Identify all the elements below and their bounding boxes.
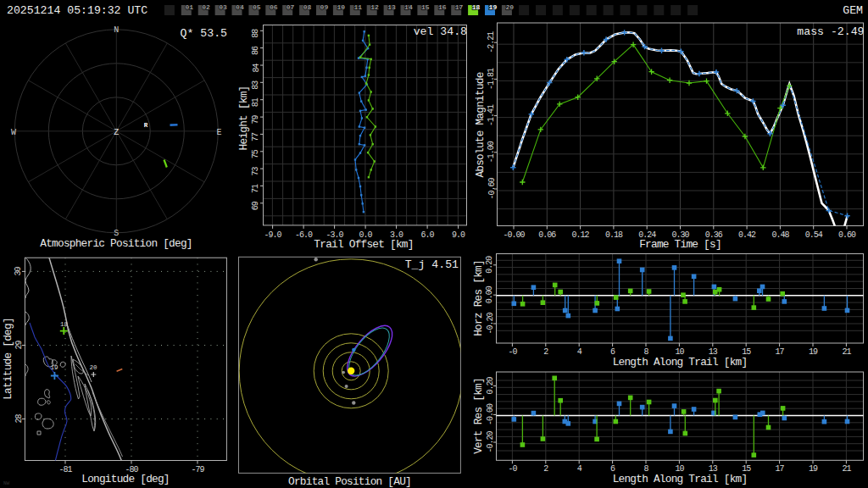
svg-text:Height [km]: Height [km]	[237, 86, 250, 151]
svg-text:0.48: 0.48	[771, 230, 789, 240]
svg-text:19: 19	[809, 464, 818, 474]
svg-text:20: 20	[505, 3, 514, 11]
svg-text:-0.60: -0.60	[487, 178, 497, 200]
svg-text:Frame Time [s]: Frame Time [s]	[639, 238, 721, 251]
svg-text:Orbital Position [AU]: Orbital Position [AU]	[288, 475, 411, 488]
svg-text:-79: -79	[191, 465, 204, 474]
svg-text:T_j 4.51: T_j 4.51	[405, 258, 459, 271]
svg-text:0.06: 0.06	[538, 230, 556, 240]
svg-text:mass -2.49: mass -2.49	[797, 25, 864, 38]
svg-text:81: 81	[252, 97, 261, 107]
svg-text:-9.0: -9.0	[264, 230, 282, 240]
svg-text:77: 77	[252, 132, 261, 141]
svg-text:-2.21: -2.21	[487, 31, 497, 53]
svg-text:R: R	[144, 122, 148, 129]
svg-text:71: 71	[252, 184, 261, 193]
svg-text:Longitude [deg]: Longitude [deg]	[81, 473, 170, 485]
svg-text:Q* 53.5: Q* 53.5	[181, 27, 227, 40]
svg-text:20251214 05:19:32 UTC: 20251214 05:19:32 UTC	[7, 4, 147, 17]
svg-text:14: 14	[404, 3, 413, 11]
svg-text:-0: -0	[508, 464, 517, 474]
svg-text:-0.20: -0.20	[486, 313, 495, 335]
svg-text:Length Along Trail [km]: Length Along Trail [km]	[613, 356, 748, 369]
svg-text:NW: NW	[3, 480, 10, 486]
svg-text:88: 88	[252, 29, 261, 38]
svg-text:75: 75	[252, 149, 261, 158]
svg-text:0.54: 0.54	[805, 230, 823, 240]
svg-text:E: E	[216, 128, 221, 137]
svg-text:73: 73	[252, 167, 261, 176]
svg-text:-1.00: -1.00	[487, 141, 497, 163]
svg-text:07: 07	[287, 3, 295, 11]
svg-text:-1.81: -1.81	[487, 68, 497, 90]
svg-text:-6.0: -6.0	[295, 230, 313, 240]
svg-text:0.12: 0.12	[572, 230, 590, 240]
svg-text:Atmospheric Position [deg]: Atmospheric Position [deg]	[40, 237, 192, 250]
svg-text:-0.00: -0.00	[486, 403, 495, 425]
svg-text:Z: Z	[114, 128, 119, 137]
svg-text:21: 21	[842, 464, 851, 474]
svg-text:0.18: 0.18	[605, 230, 623, 240]
svg-text:-0.20: -0.20	[486, 431, 495, 453]
svg-text:0.20: 0.20	[486, 256, 495, 274]
svg-text:-1.41: -1.41	[487, 104, 497, 126]
svg-text:-81: -81	[58, 465, 72, 474]
svg-text:Trail Offset [km]: Trail Offset [km]	[314, 238, 413, 251]
svg-text:08: 08	[303, 3, 312, 11]
svg-text:Length Along Trail [km]: Length Along Trail [km]	[613, 473, 748, 485]
svg-text:06: 06	[270, 3, 278, 11]
svg-text:83: 83	[252, 80, 261, 90]
svg-text:Latitude [deg]: Latitude [deg]	[2, 318, 14, 400]
svg-text:Horz Res [km]: Horz Res [km]	[472, 260, 485, 336]
svg-text:04: 04	[236, 3, 244, 11]
svg-text:05: 05	[253, 3, 261, 11]
svg-text:19: 19	[50, 364, 58, 371]
svg-text:0.00: 0.00	[486, 286, 495, 303]
svg-text:12: 12	[370, 3, 379, 11]
svg-text:Absolute Magnitude: Absolute Magnitude	[474, 72, 487, 177]
svg-text:vel 34.8: vel 34.8	[414, 25, 467, 38]
svg-text:09: 09	[320, 3, 329, 11]
svg-text:15: 15	[421, 3, 430, 11]
svg-text:0.20: 0.20	[486, 377, 495, 395]
svg-text:W: W	[11, 128, 16, 137]
svg-text:9.0: 9.0	[452, 230, 465, 240]
svg-text:19: 19	[489, 3, 498, 11]
svg-text:S: S	[114, 229, 119, 238]
svg-text:69: 69	[252, 201, 261, 210]
svg-text:02: 02	[202, 3, 210, 11]
svg-text:-0: -0	[508, 347, 517, 357]
svg-text:30: 30	[14, 266, 24, 275]
svg-text:0.60: 0.60	[838, 230, 856, 240]
svg-text:6.0: 6.0	[421, 230, 435, 240]
svg-text:21: 21	[842, 347, 851, 357]
svg-text:10: 10	[337, 3, 345, 11]
svg-text:17: 17	[455, 3, 464, 11]
svg-text:GEM: GEM	[843, 4, 863, 17]
svg-text:19: 19	[809, 347, 818, 357]
svg-text:Vert Res [km]: Vert Res [km]	[472, 378, 485, 454]
svg-text:0.42: 0.42	[738, 230, 756, 240]
svg-text:17: 17	[776, 347, 785, 357]
svg-text:-0.00: -0.00	[503, 230, 525, 240]
svg-text:01: 01	[185, 3, 193, 11]
svg-text:18: 18	[60, 321, 68, 328]
svg-text:17: 17	[776, 464, 785, 474]
svg-text:03: 03	[219, 3, 227, 11]
svg-text:29: 29	[14, 341, 24, 350]
svg-text:79: 79	[252, 115, 261, 125]
svg-text:13: 13	[387, 3, 396, 11]
svg-text:18: 18	[472, 3, 481, 11]
svg-text:16: 16	[438, 3, 447, 11]
svg-text:11: 11	[353, 3, 362, 11]
svg-text:86: 86	[252, 46, 261, 55]
svg-text:20: 20	[89, 364, 97, 371]
svg-text:28: 28	[14, 414, 24, 424]
svg-text:N: N	[114, 25, 119, 35]
svg-text:84: 84	[252, 64, 261, 73]
